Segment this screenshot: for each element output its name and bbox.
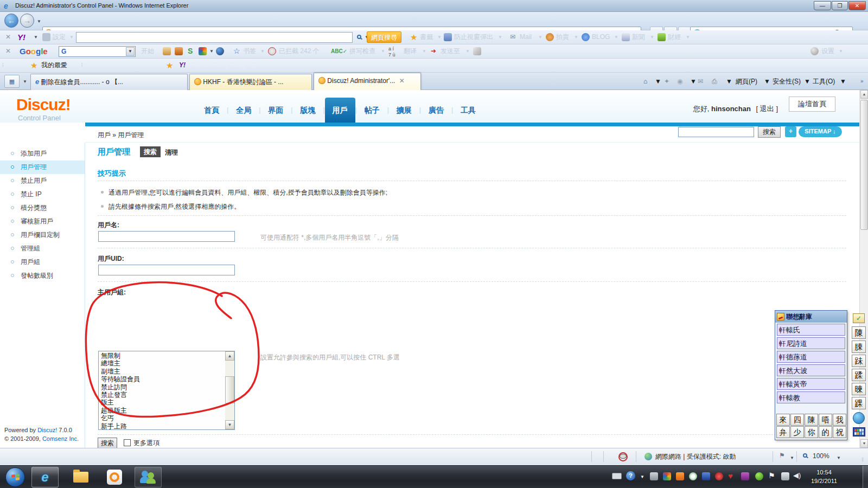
zoom-dropdown-icon[interactable]: ▼ bbox=[837, 455, 841, 460]
nav-users-active[interactable]: 用戶 bbox=[325, 98, 355, 123]
google-logo[interactable]: Google bbox=[20, 44, 48, 58]
favorites-label[interactable]: 我的最愛 bbox=[41, 59, 67, 72]
protected-mode-icon[interactable]: ⚑ bbox=[779, 452, 785, 459]
yahoo-search-input[interactable] bbox=[76, 32, 353, 43]
sidebar-item-user-groups[interactable]: 用戶組 bbox=[0, 255, 85, 269]
blocked-count-label[interactable]: 已拦截 242 个 bbox=[279, 44, 320, 58]
more-options-checkbox[interactable] bbox=[124, 439, 131, 446]
google-bookmarks-label[interactable]: 书签 bbox=[243, 44, 256, 58]
yahoo-search-icon[interactable] bbox=[357, 35, 361, 39]
network-icon[interactable] bbox=[781, 472, 789, 480]
google-toolbar-close-icon[interactable]: ✕ bbox=[5, 44, 11, 58]
uid-input[interactable] bbox=[98, 265, 235, 275]
ime-key[interactable]: 唔 bbox=[819, 414, 832, 426]
show-desktop-button[interactable] bbox=[863, 466, 868, 488]
ime-keyboard-icon[interactable] bbox=[853, 427, 865, 436]
group-option[interactable]: 無限制 bbox=[99, 352, 225, 359]
sidebar-item-admin-groups[interactable]: 管理組 bbox=[0, 242, 85, 255]
expand-button[interactable]: + bbox=[785, 126, 796, 137]
admin-search-input[interactable] bbox=[678, 127, 754, 137]
volume-icon[interactable]: ◀) bbox=[793, 471, 801, 479]
ime-bubble-icon[interactable] bbox=[853, 412, 865, 424]
group-option[interactable]: 禁止發言 bbox=[99, 391, 225, 399]
ime-suggestion[interactable]: 軒尼詩道 bbox=[777, 337, 845, 349]
send-to-label[interactable]: 发送至 bbox=[441, 44, 460, 58]
google-bookmark-star-icon[interactable]: ☆ bbox=[233, 44, 240, 58]
safety-menu-dropdown-icon[interactable]: ▼ bbox=[804, 73, 810, 90]
ime-suggestion[interactable]: 軒轅黃帝 bbox=[777, 378, 845, 390]
ime-key[interactable]: 祝 bbox=[833, 426, 846, 438]
group-listbox[interactable]: 無限制 總壇主 副壇主 等待驗證會員 禁止訪問 禁止發言 版主 超級版主 乞丐 … bbox=[98, 351, 235, 430]
tray-orange-app-icon[interactable] bbox=[676, 472, 684, 480]
resize-grip[interactable]: ⁞⁞ bbox=[861, 457, 863, 463]
ime-key[interactable]: 陳 bbox=[805, 414, 818, 426]
google-send-icon[interactable] bbox=[163, 47, 171, 55]
tray-monitor-icon[interactable] bbox=[702, 472, 710, 480]
ime-key[interactable]: 來 bbox=[776, 414, 790, 426]
blog-dropdown-icon[interactable]: ▼ bbox=[614, 30, 618, 44]
translate-label[interactable]: 翻译 bbox=[404, 44, 417, 58]
mail-icon[interactable]: ✉ bbox=[510, 30, 515, 44]
group-option[interactable]: 副壇主 bbox=[99, 368, 225, 375]
username-input[interactable] bbox=[98, 231, 235, 242]
group-option[interactable]: 禁止訪問 bbox=[99, 383, 225, 391]
favorites-star-icon[interactable]: ★ bbox=[30, 59, 37, 72]
finance-label[interactable]: 財經 bbox=[668, 30, 681, 44]
nav-ads[interactable]: 廣告 bbox=[421, 98, 451, 123]
ime-titlebar[interactable]: 聯想辭庫 bbox=[775, 311, 847, 323]
discuz-link[interactable]: Discuz! bbox=[37, 427, 57, 433]
sidebar-item-user-management-active[interactable]: 用戶管理 bbox=[0, 160, 85, 174]
group-option[interactable]: 版主 bbox=[99, 399, 225, 406]
tab-search-active[interactable]: 搜索 bbox=[140, 146, 161, 157]
nav-interface[interactable]: 界面 bbox=[260, 98, 291, 123]
scroll-down-icon[interactable]: ▼ bbox=[225, 420, 234, 429]
group-option[interactable]: 等待驗證會員 bbox=[99, 375, 225, 383]
google-search-combo[interactable]: G ▼ bbox=[59, 46, 136, 57]
ime-suggestion[interactable]: 軒德蓀道 bbox=[777, 351, 845, 363]
group-option[interactable]: 乞丐 bbox=[99, 414, 225, 422]
blog-icon[interactable] bbox=[582, 33, 590, 41]
privacy-blocked-icon[interactable] bbox=[618, 452, 627, 460]
taskbar-explorer-button[interactable] bbox=[67, 467, 94, 487]
ime-candidate[interactable]: 暕 bbox=[852, 383, 866, 395]
tray-expand-icon[interactable]: ▼ bbox=[640, 474, 644, 479]
nav-extensions[interactable]: 擴展 bbox=[389, 98, 419, 123]
news-dropdown-icon[interactable]: ▼ bbox=[650, 30, 654, 44]
tray-color-icon[interactable] bbox=[663, 472, 671, 480]
ime-dictionary-icon[interactable]: ✓ bbox=[853, 313, 865, 323]
send-to-icon[interactable]: ➜ bbox=[431, 44, 436, 58]
nav-forums[interactable]: 版塊 bbox=[292, 98, 323, 123]
page-menu-dropdown-icon[interactable]: ▼ bbox=[764, 73, 770, 90]
sidebar-item-add-user[interactable]: 添加用戶 bbox=[0, 147, 85, 160]
add-favorite-icon[interactable]: ★ bbox=[166, 59, 173, 72]
ime-candidate[interactable]: 腖 bbox=[852, 341, 866, 353]
google-settings-dropdown-icon[interactable]: ▼ bbox=[839, 44, 843, 58]
comsenz-link[interactable]: Comsenz Inc. bbox=[42, 435, 79, 442]
taskbar-media-player-button[interactable] bbox=[101, 467, 128, 487]
ime-key[interactable]: 弁 bbox=[776, 426, 790, 438]
close-button[interactable]: ✕ bbox=[848, 1, 866, 10]
group-option[interactable]: 超級版主 bbox=[99, 407, 225, 414]
highlighter-icon[interactable] bbox=[473, 47, 481, 55]
finance-dropdown-icon[interactable]: ▼ bbox=[686, 30, 690, 44]
search-submit-button[interactable]: 搜索 bbox=[98, 438, 117, 448]
scroll-up-icon[interactable]: ▲ bbox=[225, 351, 234, 361]
zoom-level[interactable]: 100% bbox=[813, 452, 829, 460]
sidebar-item-credits[interactable]: 積分獎懲 bbox=[0, 201, 85, 215]
google-earth-icon[interactable] bbox=[216, 47, 224, 55]
history-dropdown-icon[interactable]: ▼ bbox=[37, 19, 41, 24]
ime-key[interactable]: 你 bbox=[805, 426, 818, 438]
finance-icon[interactable] bbox=[658, 33, 666, 41]
taskbar-clock[interactable]: 10:54 19/2/2011 bbox=[805, 468, 843, 485]
restore-button[interactable]: ❐ bbox=[832, 1, 848, 10]
translate-dropdown-icon[interactable]: ▼ bbox=[422, 44, 426, 58]
rss-feed-icon[interactable]: ◉ bbox=[677, 73, 682, 90]
spellcheck-label[interactable]: 拼写检查 bbox=[349, 44, 375, 58]
nav-global[interactable]: 全局 bbox=[228, 98, 259, 123]
settings-person-icon[interactable] bbox=[42, 33, 50, 41]
home-button[interactable]: ⌂ bbox=[643, 73, 647, 90]
tray-purple-app-icon[interactable] bbox=[741, 472, 749, 480]
taskbar-messenger-button[interactable] bbox=[135, 467, 162, 487]
sidebar-item-profile-fields[interactable]: 用戶欄目定制 bbox=[0, 228, 85, 242]
popup-blocker-dropdown-icon[interactable]: ▼ bbox=[498, 30, 502, 44]
